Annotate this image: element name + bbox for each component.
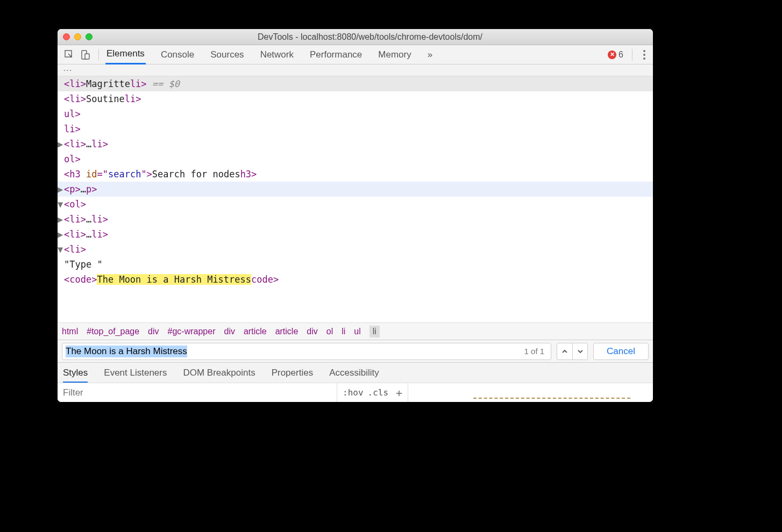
tab-accessibility[interactable]: Accessibility [329, 363, 379, 383]
tab-elements[interactable]: Elements [105, 45, 146, 64]
new-rule-button[interactable]: + [393, 386, 402, 399]
box-model-preview [473, 398, 630, 401]
search-nav [557, 343, 588, 360]
breadcrumb-item[interactable]: li [342, 327, 345, 336]
breadcrumb-item[interactable]: div [224, 327, 235, 336]
separator [632, 49, 632, 61]
titlebar: DevTools - localhost:8080/web/tools/chro… [58, 29, 653, 45]
breadcrumb-bar: html#top_of_pagediv#gc-wrapperdivarticle… [58, 322, 653, 340]
breadcrumb-item[interactable]: #top_of_page [87, 327, 139, 336]
overflow-strip: ⋯ [58, 64, 653, 76]
styles-buttons: :hov .cls + [337, 383, 408, 402]
search-input[interactable]: The Moon is a Harsh Mistress [66, 346, 187, 357]
tab-styles[interactable]: Styles [63, 363, 88, 383]
svg-rect-2 [85, 54, 89, 59]
tab-sources[interactable]: Sources [209, 46, 245, 64]
expand-arrow-icon[interactable]: ▶ [58, 227, 64, 242]
expand-arrow-icon[interactable]: ▶ [58, 182, 64, 197]
expand-arrow-icon[interactable]: ▶ [58, 136, 64, 152]
tab-network[interactable]: Network [259, 46, 295, 64]
search-result-count: 1 of 1 [521, 347, 548, 356]
search-box: The Moon is a Harsh Mistress 1 of 1 [62, 343, 551, 360]
error-icon: ✕ [608, 51, 616, 59]
dom-row[interactable]: ▼<li> [58, 242, 653, 257]
sidebar-tabs: Styles Event Listeners DOM Breakpoints P… [58, 362, 653, 383]
tab-performance[interactable]: Performance [309, 46, 363, 64]
tab-console[interactable]: Console [160, 46, 195, 64]
more-icon[interactable] [641, 48, 648, 62]
main-toolbar: Elements Console Sources Network Perform… [58, 45, 653, 64]
breadcrumb-item[interactable]: li [369, 326, 380, 337]
dom-row[interactable]: ▶<li>…li> [58, 227, 653, 242]
tab-memory[interactable]: Memory [377, 46, 412, 64]
tab-properties[interactable]: Properties [272, 363, 313, 383]
minimize-icon[interactable] [74, 33, 81, 40]
breadcrumb-item[interactable]: article [275, 327, 298, 336]
breadcrumb-item[interactable]: html [62, 327, 78, 336]
dom-row[interactable]: li> [58, 121, 653, 136]
breadcrumb-item[interactable]: div [148, 327, 159, 336]
expand-arrow-icon[interactable]: ▼ [58, 197, 64, 212]
error-badge[interactable]: ✕ 6 [608, 50, 623, 60]
inspect-icon[interactable] [63, 48, 76, 61]
tabs-overflow[interactable]: » [426, 46, 433, 64]
breadcrumb-item[interactable]: ul [354, 327, 360, 336]
dom-row[interactable]: ▶<p>…p> [58, 182, 653, 197]
tab-dom-breakpoints[interactable]: DOM Breakpoints [183, 363, 255, 383]
window-title: DevTools - localhost:8080/web/tools/chro… [93, 32, 648, 42]
dom-row[interactable]: ol> [58, 152, 653, 167]
window-controls [63, 33, 93, 40]
hov-button[interactable]: :hov [343, 387, 364, 398]
cls-button[interactable]: .cls [368, 387, 389, 398]
dom-row[interactable]: <li>Soutineli> [58, 91, 653, 106]
cancel-button[interactable]: Cancel [593, 343, 649, 360]
breadcrumb-item[interactable]: #gc-wrapper [168, 327, 216, 336]
devtools-window: DevTools - localhost:8080/web/tools/chro… [58, 29, 653, 402]
separator [98, 49, 99, 61]
styles-filter-input[interactable] [58, 383, 337, 402]
dom-row[interactable]: ul> [58, 106, 653, 121]
close-icon[interactable] [63, 33, 70, 40]
dom-row[interactable]: "Type " [58, 257, 653, 272]
toolbar-right: ✕ 6 [608, 48, 648, 62]
expand-arrow-icon[interactable]: ▼ [58, 242, 64, 257]
expand-arrow-icon[interactable]: ▶ [58, 212, 64, 227]
dom-row[interactable]: ▼<ol> [58, 197, 653, 212]
tab-event-listeners[interactable]: Event Listeners [104, 363, 167, 383]
dom-row[interactable]: <code>The Moon is a Harsh Mistresscode> [58, 272, 653, 287]
search-prev-button[interactable] [557, 343, 572, 360]
styles-toolbar: :hov .cls + [58, 383, 653, 402]
dom-row[interactable]: ▶<li>…li> [58, 212, 653, 227]
dom-tree[interactable]: <li>Magritteli> == $0<li>Soutineli>ul>li… [58, 76, 653, 322]
zoom-icon[interactable] [86, 33, 93, 40]
dom-row[interactable]: <h3 id="search">Search for nodesh3> [58, 167, 653, 182]
device-icon[interactable] [79, 48, 92, 61]
search-bar: The Moon is a Harsh Mistress 1 of 1 Canc… [58, 340, 653, 362]
search-next-button[interactable] [572, 343, 587, 360]
dom-row[interactable]: ▶<li>…li> [58, 136, 653, 152]
breadcrumb-item[interactable]: article [244, 327, 267, 336]
panel-tabs: Elements Console Sources Network Perform… [105, 45, 433, 64]
breadcrumb-item[interactable]: div [307, 327, 317, 336]
error-count: 6 [619, 50, 623, 60]
breadcrumb-item[interactable]: ol [326, 327, 333, 336]
dom-row[interactable]: <li>Magritteli> == $0 [58, 76, 653, 91]
